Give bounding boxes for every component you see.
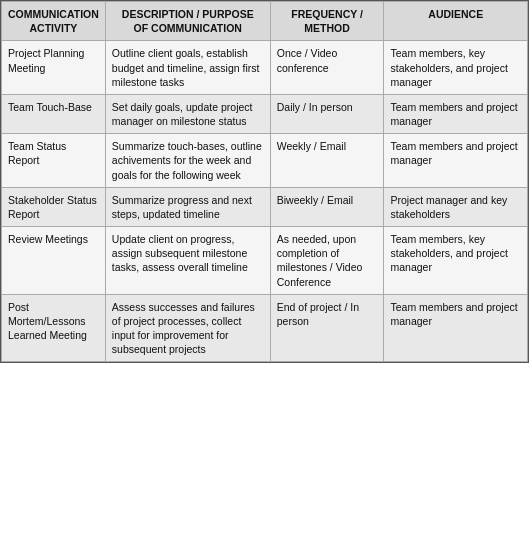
table-row: Review MeetingsUpdate client on progress… <box>2 227 528 295</box>
audience-cell: Team members, key stakeholders, and proj… <box>384 227 528 295</box>
table-header-row: COMMUNICATION ACTIVITY DESCRIPTION / PUR… <box>2 2 528 41</box>
description-cell: Set daily goals, update project manager … <box>105 94 270 133</box>
description-cell: Update client on progress, assign subseq… <box>105 227 270 295</box>
table-row: Team Touch-BaseSet daily goals, update p… <box>2 94 528 133</box>
audience-cell: Team members, key stakeholders, and proj… <box>384 41 528 95</box>
table-row: Team Status ReportSummarize touch-bases,… <box>2 134 528 188</box>
activity-cell: Project Planning Meeting <box>2 41 106 95</box>
header-description: DESCRIPTION / PURPOSE OF COMMUNICATION <box>105 2 270 41</box>
header-frequency: FREQUENCY / METHOD <box>270 2 384 41</box>
description-cell: Assess successes and failures of project… <box>105 294 270 362</box>
activity-cell: Team Touch-Base <box>2 94 106 133</box>
activity-cell: Stakeholder Status Report <box>2 187 106 226</box>
frequency-cell: End of project / In person <box>270 294 384 362</box>
frequency-cell: Daily / In person <box>270 94 384 133</box>
table-row: Post Mortem/Lessons Learned MeetingAsses… <box>2 294 528 362</box>
description-cell: Outline client goals, establish budget a… <box>105 41 270 95</box>
frequency-cell: Biweekly / Email <box>270 187 384 226</box>
table-row: Stakeholder Status ReportSummarize progr… <box>2 187 528 226</box>
header-audience: AUDIENCE <box>384 2 528 41</box>
frequency-cell: As needed, upon completion of milestones… <box>270 227 384 295</box>
audience-cell: Team members and project manager <box>384 134 528 188</box>
table-row: Project Planning MeetingOutline client g… <box>2 41 528 95</box>
header-activity: COMMUNICATION ACTIVITY <box>2 2 106 41</box>
description-cell: Summarize progress and next steps, updat… <box>105 187 270 226</box>
activity-cell: Team Status Report <box>2 134 106 188</box>
audience-cell: Team members and project manager <box>384 94 528 133</box>
frequency-cell: Once / Video conference <box>270 41 384 95</box>
audience-cell: Team members and project manager <box>384 294 528 362</box>
description-cell: Summarize touch-bases, outline achivemen… <box>105 134 270 188</box>
activity-cell: Review Meetings <box>2 227 106 295</box>
activity-cell: Post Mortem/Lessons Learned Meeting <box>2 294 106 362</box>
frequency-cell: Weekly / Email <box>270 134 384 188</box>
audience-cell: Project manager and key stakeholders <box>384 187 528 226</box>
communication-table: COMMUNICATION ACTIVITY DESCRIPTION / PUR… <box>0 0 529 363</box>
